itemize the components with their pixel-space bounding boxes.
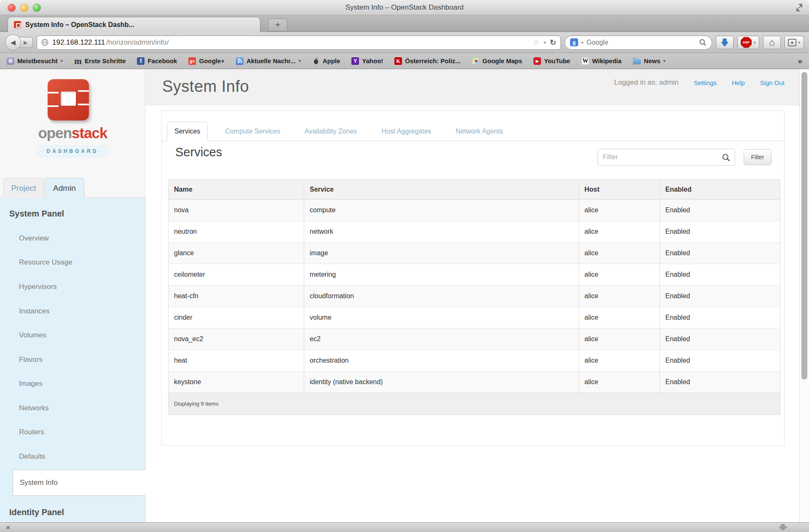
abp-dropdown-icon[interactable]: ▾ bbox=[753, 40, 756, 45]
dropdown-icon: ▾ bbox=[663, 59, 665, 63]
most-visited-folder-icon: ⚙ bbox=[7, 57, 14, 65]
table-row[interactable]: heatorchestration aliceEnabled bbox=[169, 350, 780, 372]
search-magnifier-icon[interactable] bbox=[699, 39, 707, 46]
apple-icon bbox=[312, 57, 320, 65]
status-badge: Enabled bbox=[660, 200, 780, 221]
bookmark-oesterreich[interactable]: K Österreich: Poliz... bbox=[394, 57, 461, 65]
sidebar-item-networks[interactable]: Networks bbox=[19, 402, 49, 414]
fullscreen-icon[interactable] bbox=[796, 4, 803, 11]
bookmark-yahoo[interactable]: Y Yahoo! bbox=[351, 57, 383, 65]
krone-icon: K bbox=[394, 57, 402, 65]
tab-availability-zones[interactable]: Availability Zones bbox=[297, 122, 364, 141]
wikipedia-icon: W bbox=[581, 57, 589, 65]
filter-magnifier-icon[interactable] bbox=[722, 153, 730, 162]
search-bar[interactable]: g ▾ Google bbox=[565, 35, 712, 50]
scrollbar-thumb[interactable] bbox=[801, 72, 807, 380]
table-row[interactable]: nova_ec2ec2 aliceEnabled bbox=[169, 329, 780, 350]
status-badge: Enabled bbox=[660, 264, 780, 286]
tab-host-aggregates[interactable]: Host Aggregates bbox=[374, 122, 438, 141]
google-engine-icon[interactable]: g bbox=[570, 38, 578, 46]
bookmark-aktuelle-nachrichten[interactable]: Aktuelle Nachr... ▾ bbox=[236, 57, 301, 65]
bookmarks-panel-dropdown-icon[interactable]: ▾ bbox=[798, 40, 801, 45]
browser-navbar: ◀ ▶ 192.168.122.111 /horizon/admin/info/… bbox=[0, 32, 809, 53]
bookmark-google-maps[interactable]: Google Maps bbox=[472, 57, 522, 65]
table-row[interactable]: keystoneidentity (native backend) aliceE… bbox=[169, 372, 780, 393]
identity-panel-title[interactable]: Identity Panel bbox=[9, 508, 64, 517]
tab-network-agents[interactable]: Network Agents bbox=[449, 122, 510, 141]
tab-services[interactable]: Services bbox=[167, 122, 208, 141]
tab-compute-services[interactable]: Compute Services bbox=[218, 122, 287, 141]
bookmark-youtube[interactable]: ▶ YouTube bbox=[533, 57, 570, 65]
bookmark-facebook[interactable]: f Facebook bbox=[137, 57, 177, 65]
facebook-icon: f bbox=[137, 57, 145, 65]
content-card: Services Compute Services Availability Z… bbox=[161, 110, 785, 446]
vertical-scrollbar[interactable] bbox=[799, 69, 809, 522]
url-bar[interactable]: 192.168.122.111 /horizon/admin/info/ ☆ ▾… bbox=[37, 35, 561, 50]
sidebar-item-images[interactable]: Images bbox=[19, 377, 43, 390]
site-identity-globe-icon bbox=[41, 39, 48, 46]
dropdown-icon: ▾ bbox=[299, 59, 301, 63]
table-row[interactable]: heat-cfncloudformation aliceEnabled bbox=[169, 286, 780, 307]
sidebar-item-flavors[interactable]: Flavors bbox=[19, 353, 43, 366]
sidebar-item-system-info-active[interactable]: System Info bbox=[13, 470, 145, 496]
table-row[interactable]: novacompute aliceEnabled bbox=[169, 200, 780, 221]
sidebar-item-instances[interactable]: Instances bbox=[19, 305, 50, 318]
sidebar-item-defaults[interactable]: Defaults bbox=[19, 450, 45, 463]
col-service[interactable]: Service bbox=[304, 180, 579, 200]
bookmark-erste-schritte[interactable]: m Erste Schritte bbox=[74, 57, 126, 65]
reload-icon[interactable]: ↻ bbox=[550, 38, 556, 47]
findbar-close-icon[interactable]: × bbox=[6, 524, 10, 531]
filter-input[interactable] bbox=[597, 149, 735, 166]
new-tab-button[interactable]: + bbox=[268, 19, 287, 31]
sidebar-item-hypervisors[interactable]: Hypervisors bbox=[19, 281, 57, 293]
google-plus-icon: g+ bbox=[188, 57, 196, 65]
bookmark-meistbesucht[interactable]: ⚙ Meistbesucht ▾ bbox=[7, 57, 63, 65]
sidebar-tab-project[interactable]: Project bbox=[3, 178, 44, 198]
find-bar: × bbox=[0, 522, 809, 532]
sidebar-item-routers[interactable]: Routers bbox=[19, 426, 44, 438]
back-button[interactable]: ◀ bbox=[5, 35, 21, 51]
settings-link[interactable]: Settings bbox=[694, 79, 717, 86]
sidebar-item-overview[interactable]: Overview bbox=[19, 232, 49, 245]
browser-tab-title: System Info – OpenStack Dashb... bbox=[25, 21, 134, 29]
search-engine-dropdown-icon[interactable]: ▾ bbox=[581, 40, 584, 45]
bookmark-wikipedia[interactable]: W Wikipedia bbox=[581, 57, 621, 65]
table-row[interactable]: cindervolume aliceEnabled bbox=[169, 307, 780, 329]
col-enabled[interactable]: Enabled bbox=[660, 180, 780, 200]
url-path: /horizon/admin/info/ bbox=[106, 38, 169, 47]
home-button[interactable]: ⌂ bbox=[763, 36, 781, 49]
help-link[interactable]: Help bbox=[732, 79, 745, 86]
bookmarks-panel-button[interactable]: ★ ▾ bbox=[785, 36, 804, 49]
table-row-count: Displaying 9 items bbox=[169, 393, 780, 415]
bookmark-google-plus[interactable]: g+ Google+ bbox=[188, 57, 224, 65]
dashboard-badge: DASHBOARD bbox=[37, 146, 108, 157]
table-row[interactable]: ceilometermetering aliceEnabled bbox=[169, 264, 780, 286]
abp-icon: ABP bbox=[741, 37, 752, 48]
col-host[interactable]: Host bbox=[579, 180, 660, 200]
findbar-down-arrow-icon[interactable] bbox=[778, 524, 788, 531]
table-row[interactable]: neutronnetwork aliceEnabled bbox=[169, 221, 780, 243]
bookmark-apple[interactable]: Apple bbox=[312, 57, 340, 65]
status-badge: Enabled bbox=[660, 307, 780, 329]
window-title: System Info – OpenStack Dashboard bbox=[0, 3, 809, 12]
bookmark-star-icon[interactable]: ☆ bbox=[533, 37, 540, 47]
dropdown-icon: ▾ bbox=[61, 59, 63, 63]
url-dropdown-icon[interactable]: ▾ bbox=[544, 40, 546, 45]
bookmark-news-folder[interactable]: News ▾ bbox=[633, 57, 665, 64]
col-name[interactable]: Name bbox=[169, 180, 304, 200]
browser-tab-active[interactable]: System Info – OpenStack Dashb... bbox=[8, 17, 260, 32]
table-row[interactable]: glanceimage aliceEnabled bbox=[169, 243, 780, 264]
openstack-favicon-icon bbox=[14, 21, 21, 28]
sidebar-item-resource-usage[interactable]: Resource Usage bbox=[19, 256, 72, 269]
bookmarks-overflow-chevron[interactable]: » bbox=[798, 56, 802, 66]
adblock-plus-button[interactable]: ABP ▾ bbox=[737, 36, 759, 49]
table-footer-row: Displaying 9 items bbox=[169, 393, 780, 415]
sign-out-link[interactable]: Sign Out bbox=[760, 79, 785, 86]
sidebar-item-volumes[interactable]: Volumes bbox=[19, 329, 46, 342]
url-domain: 192.168.122.111 bbox=[52, 38, 105, 47]
status-badge: Enabled bbox=[660, 243, 780, 264]
downloads-button[interactable] bbox=[716, 36, 734, 49]
openstack-logo-icon bbox=[48, 79, 89, 120]
filter-button[interactable]: Filter bbox=[744, 149, 771, 165]
sidebar-tab-admin[interactable]: Admin bbox=[45, 178, 84, 198]
